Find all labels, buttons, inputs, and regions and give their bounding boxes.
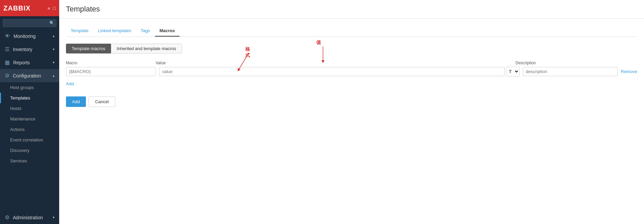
admin-icon: ⚙ — [5, 214, 9, 221]
sidebar-label-configuration: Configuration — [13, 73, 41, 79]
value-column-label: Value — [156, 61, 166, 65]
chevron-down-icon: ▾ — [53, 35, 54, 38]
sidebar-label-administration: Administration — [13, 215, 43, 220]
top-bar: Templates — [59, 0, 644, 19]
sidebar-header: ZABBIX « □ — [0, 0, 59, 16]
tab-macros[interactable]: Macros — [155, 25, 180, 37]
cancel-button[interactable]: Cancel — [89, 96, 115, 107]
tab-linked-templates[interactable]: Linked templates — [93, 25, 136, 37]
sidebar-search-container: 🔍 — [0, 16, 59, 30]
search-icon: 🔍 — [49, 21, 54, 25]
type-selector[interactable]: T S — [506, 67, 520, 76]
sidebar: ZABBIX « □ 🔍 👁 Monitoring ▾ ☰ Inventory … — [0, 0, 59, 224]
description-column-label: Description — [515, 61, 536, 65]
sidebar-label-inventory: Inventory — [13, 47, 32, 52]
list-icon: ☰ — [5, 46, 9, 52]
description-field[interactable] — [523, 67, 618, 76]
zabbix-logo: ZABBIX — [3, 4, 30, 12]
chevron-down-icon-inventory: ▾ — [53, 47, 54, 51]
macro-input-row: T S Remove — [66, 67, 637, 76]
macro-field[interactable] — [66, 67, 156, 76]
add-button[interactable]: Add — [66, 96, 86, 107]
value-field[interactable] — [159, 67, 505, 76]
maximize-icon[interactable]: □ — [53, 5, 56, 11]
btn-inherited-macros[interactable]: Inherited and template macros — [111, 44, 182, 53]
sidebar-item-monitoring[interactable]: 👁 Monitoring ▾ — [0, 30, 59, 43]
chevron-down-icon-reports: ▾ — [53, 61, 54, 64]
main-content: Templates Template Linked templates Tags… — [59, 0, 644, 224]
content-area: Template Linked templates Tags Macros Te… — [59, 19, 644, 224]
chevron-up-icon: ▴ — [53, 74, 54, 77]
tab-template[interactable]: Template — [66, 25, 93, 37]
macro-sub-tabs: Template macros Inherited and template m… — [66, 44, 637, 53]
macro-column-label: Macro — [66, 61, 77, 65]
action-buttons: Add Cancel — [66, 96, 637, 107]
search-input[interactable] — [3, 19, 56, 27]
btn-template-macros[interactable]: Template macros — [66, 44, 111, 53]
form-header-row: Macro Value Description — [66, 60, 637, 65]
sidebar-item-configuration[interactable]: ⚙ Configuration ▴ — [0, 69, 59, 82]
sidebar-item-services[interactable]: Services — [0, 156, 59, 166]
macro-form: Macro Value Description T S — [66, 60, 637, 107]
page-title: Templates — [66, 5, 100, 13]
sidebar-item-inventory[interactable]: ☰ Inventory ▾ — [0, 43, 59, 56]
sidebar-item-hosts[interactable]: Hosts — [0, 103, 59, 114]
bar-chart-icon: ▦ — [5, 59, 10, 66]
sidebar-item-actions[interactable]: Actions — [0, 124, 59, 135]
sidebar-item-event-correlation[interactable]: Event correlation — [0, 135, 59, 145]
sidebar-item-discovery[interactable]: Discovery — [0, 145, 59, 156]
main-tabs: Template Linked templates Tags Macros — [66, 25, 637, 37]
sidebar-item-reports[interactable]: ▦ Reports ▾ — [0, 56, 59, 69]
sidebar-label-reports: Reports — [13, 60, 30, 65]
collapse-icon[interactable]: « — [48, 5, 50, 11]
remove-link[interactable]: Remove — [621, 69, 637, 74]
sidebar-item-maintenance[interactable]: Maintenance — [0, 114, 59, 124]
sidebar-item-templates[interactable]: Templates — [0, 93, 59, 103]
sidebar-item-administration[interactable]: ⚙ Administration ▾ — [0, 211, 59, 224]
eye-icon: 👁 — [5, 33, 10, 39]
sidebar-label-monitoring: Monitoring — [14, 33, 36, 39]
add-link[interactable]: Add — [66, 81, 74, 86]
sidebar-item-host-groups[interactable]: Host groups — [0, 82, 59, 93]
settings-icon: ⚙ — [5, 72, 9, 79]
tab-tags[interactable]: Tags — [136, 25, 155, 37]
chevron-down-icon-admin: ▾ — [53, 216, 54, 219]
sidebar-header-icons: « □ — [48, 5, 56, 11]
